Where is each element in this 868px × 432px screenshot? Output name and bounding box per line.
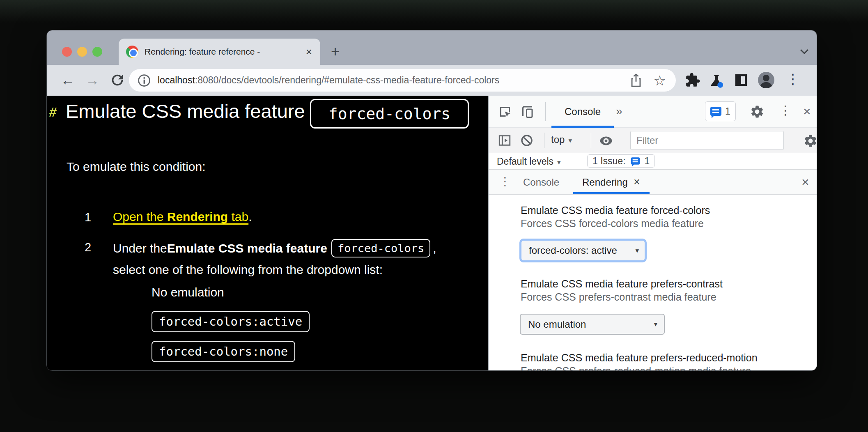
side-panel-icon[interactable] <box>733 72 749 88</box>
intro-text: To emulate this condition: <box>67 160 206 174</box>
issue-label: 1 Issue: <box>592 156 626 167</box>
browser-menu-dots-icon[interactable]: ⋮ <box>786 71 800 87</box>
chrome-favicon-icon <box>126 46 138 58</box>
devtools-main-tabbar: Console » 1 ⋮ × <box>489 96 817 128</box>
issue-count-button[interactable]: 1 Issue: 1 <box>587 154 655 168</box>
filter-input[interactable] <box>630 131 784 150</box>
console-sidebar-toggle-icon[interactable] <box>498 133 512 147</box>
option-forced-colors-none: forced-colors:none <box>152 341 295 362</box>
address-bar[interactable]: localhost:8080/docs/devtools/rendering/#… <box>129 69 676 92</box>
chevron-down-icon[interactable] <box>799 48 810 55</box>
drawer-tab-rendering[interactable]: Rendering <box>582 170 628 195</box>
devtools-close-icon[interactable]: × <box>803 105 811 118</box>
setting-title: Emulate CSS media feature prefers-contra… <box>521 278 723 290</box>
live-expression-eye-icon[interactable] <box>599 133 613 148</box>
issues-bubble-icon <box>710 107 721 116</box>
link-text: tab <box>228 210 248 223</box>
page-title-code: forced-colors <box>310 99 469 129</box>
experiments-flask-icon[interactable] <box>708 72 725 89</box>
divider <box>591 133 591 148</box>
divider <box>582 155 582 167</box>
select-value: No emulation <box>528 319 586 330</box>
tab-strip: Rendering: feature reference - × + <box>47 30 817 65</box>
comma: , <box>433 241 436 255</box>
drawer-tab-console[interactable]: Console <box>523 170 559 195</box>
tab-console-main[interactable]: Console <box>551 96 614 128</box>
extensions-puzzle-icon[interactable] <box>685 72 700 88</box>
url-path: :8080/docs/devtools/rendering/#emulate-c… <box>195 75 499 85</box>
console-settings-gear-icon[interactable] <box>803 133 817 148</box>
desktop-backdrop: Rendering: feature reference - × + ← → l… <box>0 0 868 432</box>
setting-subtitle: Forces CSS prefers-contrast media featur… <box>521 291 716 303</box>
caret-down-icon: ▾ <box>557 159 561 166</box>
more-tabs-icon[interactable]: » <box>616 105 622 118</box>
page-title: Emulate CSS media feature <box>66 100 305 122</box>
bookmark-star-icon[interactable]: ☆ <box>654 74 666 87</box>
site-info-icon[interactable] <box>137 74 151 87</box>
page-content: # Emulate CSS media feature forced-color… <box>47 96 488 370</box>
share-icon[interactable] <box>629 73 643 88</box>
console-levels-row: Default levels▾ 1 Issue: 1 <box>489 153 817 170</box>
select-value: forced-colors: active <box>529 245 617 256</box>
rendering-panel: Emulate CSS media feature forced-colors … <box>489 195 817 370</box>
tab-title-text: Rendering: feature reference - <box>145 47 260 56</box>
caret-down-icon: ▾ <box>568 137 572 145</box>
browser-toolbar: ← → localhost:8080/docs/devtools/renderi… <box>47 65 817 96</box>
tab-title: Rendering: feature reference - <box>145 47 304 57</box>
active-drawer-tab-underline <box>573 192 650 194</box>
setting-title: Emulate CSS media feature prefers-reduce… <box>521 352 758 364</box>
devtools-menu-dots-icon[interactable]: ⋮ <box>779 103 792 117</box>
inline-code-forced-colors: forced-colors <box>331 239 430 257</box>
caret-down-icon: ▾ <box>635 246 639 255</box>
list-number-1: 1 <box>85 211 91 224</box>
reload-button[interactable] <box>109 72 126 88</box>
devtools-panel: Console » 1 ⋮ × <box>488 96 817 370</box>
tab-console-label: Console <box>565 106 601 117</box>
tab-close-icon[interactable]: × <box>304 46 314 58</box>
link-text-bold: Rendering <box>167 210 228 223</box>
clear-console-icon[interactable] <box>520 133 534 147</box>
zoom-window-button[interactable] <box>92 47 102 57</box>
inspect-element-icon[interactable] <box>498 104 512 119</box>
traffic-lights <box>62 47 102 57</box>
step-2-line-1: Under the Emulate CSS media featureforce… <box>113 239 436 257</box>
default-levels-dropdown[interactable]: Default levels▾ <box>497 156 561 167</box>
tab-title-fade <box>284 47 304 57</box>
setting-subtitle: Forces CSS forced-colors media feature <box>521 218 704 230</box>
javascript-context-dropdown[interactable]: top▾ <box>551 134 572 145</box>
drawer-tabbar: ⋮ Console Rendering × × <box>489 170 817 195</box>
issues-counter-button[interactable]: 1 <box>705 101 736 121</box>
issues-count: 1 <box>725 106 730 117</box>
console-toolbar: top▾ <box>489 128 817 153</box>
minimize-window-button[interactable] <box>77 47 87 57</box>
back-button[interactable]: ← <box>61 72 75 88</box>
forced-colors-select[interactable]: forced-colors: active ▾ <box>519 239 647 262</box>
levels-label: Default levels <box>497 156 553 167</box>
new-tab-button[interactable]: + <box>331 44 340 59</box>
rendering-tab-link[interactable]: Open the Rendering tab <box>113 210 248 223</box>
settings-gear-icon[interactable] <box>750 104 765 119</box>
forward-button[interactable]: → <box>85 72 99 88</box>
browser-window: Rendering: feature reference - × + ← → l… <box>46 30 817 371</box>
url-host: localhost <box>158 75 195 85</box>
context-label: top <box>551 134 565 145</box>
window-content: # Emulate CSS media feature forced-color… <box>47 96 817 370</box>
period: . <box>248 210 252 223</box>
divider <box>544 133 544 148</box>
issues-bubble-icon <box>631 157 640 165</box>
drawer-menu-dots-icon[interactable]: ⋮ <box>499 175 511 188</box>
browser-tab[interactable]: Rendering: feature reference - × <box>119 39 320 65</box>
device-toolbar-icon[interactable] <box>520 104 535 119</box>
step-2-text: Under the <box>113 241 167 255</box>
issue-count: 1 <box>645 156 650 167</box>
rendering-tab-close-icon[interactable]: × <box>634 176 640 188</box>
profile-avatar[interactable] <box>758 72 774 88</box>
heading-anchor-icon[interactable]: # <box>48 105 57 120</box>
drawer-close-icon[interactable]: × <box>801 175 809 188</box>
step-2-bold: Emulate CSS media feature <box>167 241 327 255</box>
option-forced-colors-active: forced-colors:active <box>152 311 310 332</box>
url-text: localhost:8080/docs/devtools/rendering/#… <box>158 75 499 86</box>
close-window-button[interactable] <box>62 47 72 57</box>
prefers-contrast-select[interactable]: No emulation ▾ <box>520 314 665 335</box>
setting-subtitle: Forces CSS prefers-reduced-motion media … <box>521 365 751 370</box>
